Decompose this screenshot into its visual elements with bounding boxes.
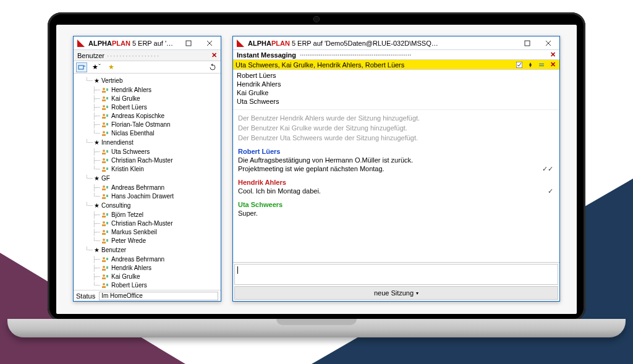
svg-rect-8 (102, 99, 106, 101)
message-author: Uta Schweers (238, 200, 554, 209)
tree-user[interactable]: ├─ Uta Schweers (77, 148, 219, 156)
svg-point-35 (103, 257, 105, 260)
group-label: GF (101, 174, 110, 183)
user-icon (101, 185, 109, 191)
titlebar[interactable]: ALPHAPLAN 5 ERP auf 'Demo5Da… (74, 36, 221, 50)
svg-point-13 (103, 122, 105, 125)
toolbar-favorite-button[interactable]: ★ (106, 62, 117, 72)
tree-user[interactable]: ├─ Hendrik Ahlers (77, 86, 219, 95)
user-icon (101, 265, 109, 271)
new-session-button[interactable]: neue Sitzung ▾ (234, 286, 558, 300)
user-name: Markus Senkbeil (111, 228, 157, 237)
tree-group[interactable]: └─★ Innendienst (77, 138, 219, 148)
svg-point-21 (103, 167, 105, 169)
user-icon (101, 166, 109, 172)
svg-point-37 (103, 266, 105, 268)
user-icon (101, 221, 109, 227)
desktop-area: ALPHAPLAN 5 ERP auf 'Demo5Da… Benutzer ·… (56, 25, 577, 314)
tree-user[interactable]: ├─ Björn Tetzel (77, 211, 219, 219)
tree-user[interactable]: ├─ Christian Rach-Muster (77, 219, 219, 228)
session-header[interactable]: Uta Schweers, Kai Grulke, Hendrik Ahlers… (233, 60, 559, 70)
tree-user[interactable]: ├─ Hendrik Ahlers (77, 264, 219, 273)
svg-line-45 (546, 41, 551, 46)
user-name: Uta Schweers (111, 148, 150, 156)
status-input[interactable] (99, 292, 218, 300)
tree-group[interactable]: └─★ GF (77, 174, 219, 184)
tree-group[interactable]: └─★ Vertrieb (77, 76, 219, 86)
app-logo-icon (237, 40, 244, 47)
panel-close-icon[interactable]: ✕ (211, 51, 217, 59)
tree-user[interactable]: ├─ Kai Grulke (77, 95, 219, 103)
tree-user[interactable]: ├─ Markus Senkbeil (77, 228, 219, 237)
session-pin-icon[interactable] (526, 61, 535, 69)
svg-rect-24 (102, 188, 106, 190)
maximize-button[interactable] (180, 38, 197, 49)
svg-rect-34 (102, 242, 106, 243)
svg-rect-47 (539, 64, 544, 64)
message-author: Hendrik Ahlers (238, 178, 554, 187)
user-icon (101, 158, 109, 164)
users-toolbar: ★ˇ ★ (74, 61, 221, 74)
svg-rect-16 (102, 134, 106, 136)
chat-window: ALPHAPLAN 5 ERP auf 'Demo5Daten@RLUE-032… (232, 36, 560, 302)
tree-user[interactable]: ├─ Andreas Kopischke (77, 112, 219, 121)
tree-user[interactable]: └─ Hans Joachim Drawert (77, 192, 219, 201)
svg-point-9 (103, 105, 105, 108)
participant-item: Kai Grulke (237, 88, 556, 97)
tree-user[interactable]: └─ Peter Wrede (77, 237, 219, 245)
panel-close-icon[interactable]: ✕ (550, 51, 556, 59)
message-line: Die Auftragsbestätigung von Hermann O.Mü… (238, 156, 554, 164)
titlebar[interactable]: ALPHAPLAN 5 ERP auf 'Demo5Daten@RLUE-032… (233, 36, 559, 50)
tree-group[interactable]: └─★ Benutzer (77, 245, 219, 255)
user-name: Peter Wrede (111, 237, 146, 245)
system-message: Der Benutzer Kai Grulke wurde der Sitzun… (238, 124, 554, 132)
tree-user[interactable]: └─ Niclas Ebenthal (77, 129, 219, 138)
user-name: Robert Lüers (111, 281, 147, 290)
session-settings-icon[interactable] (537, 61, 546, 69)
message-line: Super. (238, 209, 554, 218)
laptop-frame: ALPHAPLAN 5 ERP auf 'Demo5Da… Benutzer ·… (48, 12, 585, 352)
message-input[interactable] (234, 264, 558, 285)
svg-point-17 (103, 150, 105, 152)
message-line: Cool. Ich bin Montag dabei.✓ (238, 187, 554, 195)
user-name: Christian Rach-Muster (111, 219, 172, 228)
read-receipt-single-icon: ✓ (548, 187, 554, 195)
svg-point-27 (103, 213, 105, 215)
window-title: ALPHAPLAN 5 ERP auf 'Demo5Daten@RLUE-032… (248, 40, 515, 47)
tree-group[interactable]: └─★ Consulting (77, 201, 219, 211)
system-message: Der Benutzer Hendrik Ahlers wurde der Si… (238, 114, 554, 122)
user-name: Andreas Behrmann (111, 255, 164, 264)
tree-user[interactable]: └─ Robert Lüers (77, 281, 219, 290)
svg-rect-10 (102, 108, 106, 110)
user-name: Andreas Behrmann (111, 184, 164, 192)
session-checkbox-icon[interactable] (515, 61, 524, 69)
panel-label: Benutzer (77, 52, 104, 59)
maximize-button[interactable] (519, 38, 536, 49)
group-label: Consulting (101, 201, 130, 210)
svg-rect-42 (102, 286, 106, 288)
user-icon (101, 229, 109, 235)
close-button[interactable] (201, 38, 218, 49)
session-close-icon[interactable]: ✕ (548, 61, 557, 69)
tree-user[interactable]: ├─ Andreas Behrmann (77, 255, 219, 264)
svg-line-2 (207, 41, 212, 46)
toolbar-star-button[interactable]: ★ˇ (91, 62, 102, 72)
tree-user[interactable]: ├─ Andreas Behrmann (77, 184, 219, 192)
tree-user[interactable]: ├─ Christian Rach-Muster (77, 156, 219, 165)
tree-user[interactable]: └─ Kristin Klein (77, 165, 219, 174)
refresh-button[interactable] (207, 62, 218, 72)
user-icon (101, 96, 109, 102)
message-log[interactable]: Der Benutzer Hendrik Ahlers wurde der Si… (233, 110, 559, 262)
tree-user[interactable]: ├─ Kai Grulke (77, 273, 219, 281)
compose-area: neue Sitzung ▾ (233, 262, 559, 301)
close-button[interactable] (540, 38, 557, 49)
user-name: Andreas Kopischke (111, 112, 164, 121)
tree-user[interactable]: ├─ Florian-Tale Ostmann (77, 121, 219, 129)
star-icon: ★ (94, 246, 100, 255)
toolbar-view-button[interactable] (76, 62, 87, 72)
tree-user[interactable]: ├─ Robert Lüers (77, 103, 219, 112)
user-name: Robert Lüers (111, 103, 147, 112)
user-name: Kai Grulke (111, 273, 140, 281)
user-tree[interactable]: └─★ Vertrieb├─ Hendrik Ahlers├─ Kai Grul… (74, 74, 221, 290)
user-name: Florian-Tale Ostmann (111, 121, 171, 129)
